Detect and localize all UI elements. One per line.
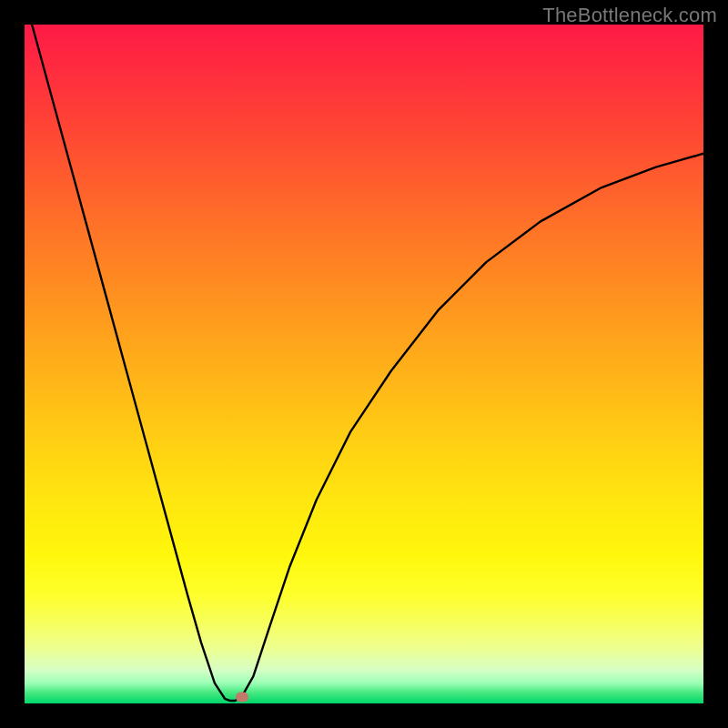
optimal-point-marker	[236, 692, 248, 702]
plot-area	[25, 25, 703, 703]
bottleneck-curve	[25, 25, 703, 703]
outer-frame: TheBottleneck.com	[0, 0, 728, 728]
watermark-text: TheBottleneck.com	[542, 4, 717, 27]
